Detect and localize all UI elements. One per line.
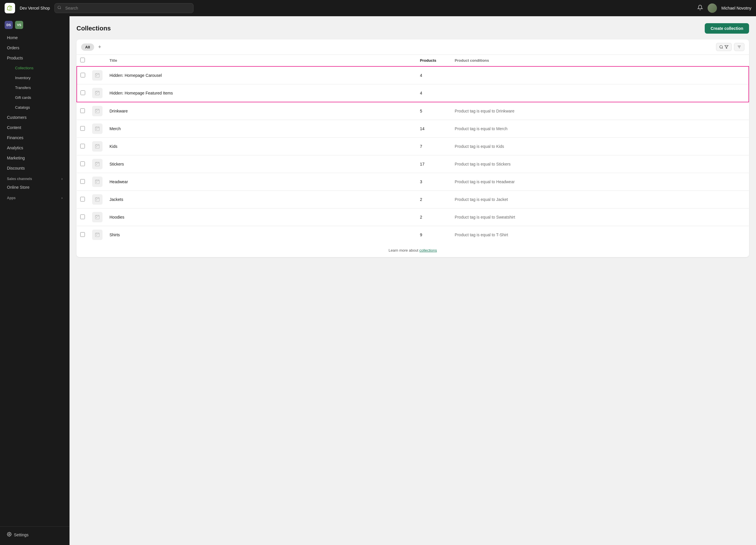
table-row-merch[interactable]: Merch 14 Product tag is equal to Merch xyxy=(77,120,749,138)
footer-link[interactable]: collections xyxy=(419,248,437,252)
sidebar-item-home[interactable]: Home xyxy=(2,33,67,43)
row-products: 2 xyxy=(417,208,451,226)
sidebar-item-inventory[interactable]: Inventory xyxy=(10,73,67,83)
row-conditions: Product tag is equal to Jacket xyxy=(451,191,749,208)
table-row-shirts[interactable]: Shirts 9 Product tag is equal to T-Shirt xyxy=(77,226,749,244)
row-checkbox[interactable] xyxy=(80,108,85,113)
row-products: 5 xyxy=(417,102,451,120)
add-tab-button[interactable]: + xyxy=(96,44,103,50)
row-products: 2 xyxy=(417,191,451,208)
table-row-stickers[interactable]: Stickers 17 Product tag is equal to Stic… xyxy=(77,155,749,173)
row-checkbox[interactable] xyxy=(80,232,85,237)
collection-thumbnail xyxy=(92,159,103,169)
create-collection-button[interactable]: Create collection xyxy=(705,23,749,34)
table-row-hidden-carousel[interactable]: Hidden: Homepage Carousel 4 xyxy=(77,66,749,84)
row-checkbox[interactable] xyxy=(81,90,85,95)
row-thumbnail-cell xyxy=(89,66,106,84)
sidebar-item-marketing[interactable]: Marketing xyxy=(2,153,67,163)
collections-table: Title Products Product conditions xyxy=(76,55,749,243)
collection-thumbnail xyxy=(92,106,103,116)
table-row-kids[interactable]: Kids 7 Product tag is equal to Kids xyxy=(77,138,749,155)
sort-button[interactable] xyxy=(734,43,744,51)
sidebar-item-catalogs[interactable]: Catalogs xyxy=(10,103,67,112)
row-checkbox[interactable] xyxy=(81,73,85,77)
table-row-hoodies[interactable]: Hoodies 2 Product tag is equal to Sweats… xyxy=(77,208,749,226)
row-conditions: Product tag is equal to Headwear xyxy=(451,173,749,191)
page-header: Collections Create collection xyxy=(76,23,749,34)
table-row-hidden-featured[interactable]: Hidden: Homepage Featured Items 4 xyxy=(77,84,749,102)
svg-point-11 xyxy=(96,129,97,129)
sidebar-item-discounts[interactable]: Discounts xyxy=(2,163,67,173)
table-row-headwear[interactable]: Headwear 3 Product tag is equal to Headw… xyxy=(77,173,749,191)
collection-thumbnail xyxy=(92,176,103,187)
topbar: Dev Vercel Shop Michael Novotny xyxy=(0,0,756,16)
apps-chevron: › xyxy=(61,196,63,200)
select-all-checkbox[interactable] xyxy=(80,58,85,62)
svg-point-13 xyxy=(96,146,97,147)
search-input[interactable] xyxy=(54,3,193,13)
th-title: Title xyxy=(106,55,417,66)
sidebar-item-gift-cards[interactable]: Gift cards xyxy=(10,93,67,102)
layout: DS VS Home Orders Products Collections I… xyxy=(0,0,756,545)
collection-thumbnail xyxy=(92,141,103,152)
row-title: Hoodies xyxy=(106,208,417,226)
avatar[interactable] xyxy=(708,3,717,13)
sidebar-item-products[interactable]: Products xyxy=(2,53,67,63)
table-row-drinkware[interactable]: Drinkware 5 Product tag is equal to Drin… xyxy=(77,102,749,120)
th-checkbox xyxy=(77,55,89,66)
search-filter-button[interactable] xyxy=(716,43,732,51)
notifications-icon[interactable] xyxy=(697,5,703,12)
row-checkbox[interactable] xyxy=(80,161,85,166)
collections-table-card: All + xyxy=(76,39,749,257)
row-title: Drinkware xyxy=(106,102,417,120)
sidebar: DS VS Home Orders Products Collections I… xyxy=(0,16,70,545)
shop-name: Dev Vercel Shop xyxy=(20,6,50,10)
sidebar-item-analytics[interactable]: Analytics xyxy=(2,143,67,153)
svg-point-7 xyxy=(96,93,97,94)
row-checkbox-cell xyxy=(77,66,89,84)
sidebar-item-finances[interactable]: Finances xyxy=(2,133,67,143)
row-products: 3 xyxy=(417,173,451,191)
sidebar-item-transfers[interactable]: Transfers xyxy=(10,83,67,92)
row-checkbox[interactable] xyxy=(80,214,85,219)
search-bar[interactable] xyxy=(54,3,193,13)
filter-icon xyxy=(724,45,728,49)
svg-point-23 xyxy=(96,235,97,235)
sidebar-sales-channels-label: Sales channels › xyxy=(2,173,67,182)
row-products: 17 xyxy=(417,155,451,173)
collection-thumbnail xyxy=(92,194,103,205)
svg-point-21 xyxy=(96,217,97,218)
sidebar-item-online-store[interactable]: Online Store xyxy=(2,182,67,192)
sidebar-item-collections[interactable]: Collections xyxy=(10,63,67,73)
row-conditions xyxy=(451,66,749,84)
collection-thumbnail xyxy=(92,123,103,134)
row-checkbox[interactable] xyxy=(80,197,85,201)
sales-channels-chevron: › xyxy=(61,177,63,181)
sidebar-item-settings[interactable]: Settings xyxy=(2,529,67,540)
collection-thumbnail xyxy=(92,229,103,240)
sidebar-badges: DS VS xyxy=(0,19,70,32)
sidebar-item-content[interactable]: Content xyxy=(2,123,67,132)
svg-point-2 xyxy=(720,45,722,48)
row-products: 7 xyxy=(417,138,451,155)
row-checkbox[interactable] xyxy=(80,179,85,184)
sidebar-item-customers[interactable]: Customers xyxy=(2,112,67,122)
main-content: Collections Create collection All + xyxy=(70,16,756,545)
username: Michael Novotny xyxy=(722,6,752,10)
tab-all[interactable]: All xyxy=(81,43,94,51)
sidebar-nav: Home Orders Products Collections Invento… xyxy=(0,32,70,526)
table-row-jackets[interactable]: Jackets 2 Product tag is equal to Jacket xyxy=(77,191,749,208)
svg-point-9 xyxy=(96,111,97,112)
row-title: Hidden: Homepage Featured Items xyxy=(106,84,417,102)
sidebar-apps-label: Apps › xyxy=(2,192,67,201)
row-title: Hidden: Homepage Carousel xyxy=(106,66,417,84)
badge-vs: VS xyxy=(15,21,23,29)
row-products: 9 xyxy=(417,226,451,244)
row-checkbox[interactable] xyxy=(80,126,85,131)
table-toolbar: All + xyxy=(76,39,749,55)
collection-thumbnail xyxy=(92,212,103,222)
row-products: 14 xyxy=(417,120,451,138)
sidebar-item-orders[interactable]: Orders xyxy=(2,43,67,53)
svg-point-5 xyxy=(96,75,97,76)
row-checkbox[interactable] xyxy=(80,144,85,148)
